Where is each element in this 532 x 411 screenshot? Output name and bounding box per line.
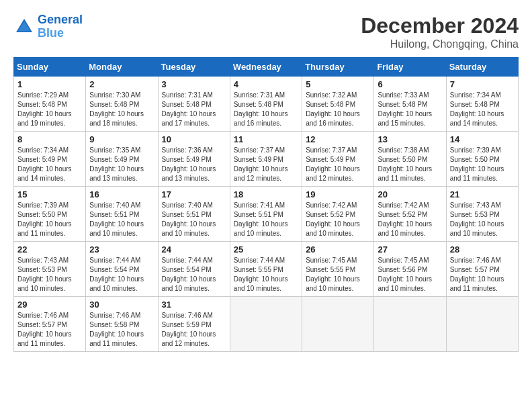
day-info: Sunrise: 7:45 AMSunset: 5:56 PMDaylight:… xyxy=(378,256,442,293)
calendar-day: 25Sunrise: 7:44 AMSunset: 5:55 PMDayligh… xyxy=(230,242,302,297)
weekday-header: Wednesday xyxy=(230,58,302,77)
day-number: 24 xyxy=(162,244,226,255)
day-number: 1 xyxy=(17,79,82,89)
day-info: Sunrise: 7:42 AMSunset: 5:52 PMDaylight:… xyxy=(378,201,442,238)
day-number: 29 xyxy=(17,300,82,310)
weekday-header: Monday xyxy=(86,58,158,77)
day-number: 4 xyxy=(234,79,298,89)
day-info: Sunrise: 7:32 AMSunset: 5:48 PMDaylight:… xyxy=(306,91,370,128)
calendar-day: 7Sunrise: 7:34 AMSunset: 5:48 PMDaylight… xyxy=(446,77,518,132)
day-info: Sunrise: 7:37 AMSunset: 5:49 PMDaylight:… xyxy=(234,146,298,183)
calendar-day: 10Sunrise: 7:36 AMSunset: 5:49 PMDayligh… xyxy=(158,132,230,187)
day-info: Sunrise: 7:44 AMSunset: 5:54 PMDaylight:… xyxy=(89,256,154,293)
calendar-day: 15Sunrise: 7:39 AMSunset: 5:50 PMDayligh… xyxy=(14,187,86,242)
day-info: Sunrise: 7:34 AMSunset: 5:49 PMDaylight:… xyxy=(17,146,82,183)
calendar-week: 8Sunrise: 7:34 AMSunset: 5:49 PMDaylight… xyxy=(14,132,519,187)
day-number: 5 xyxy=(306,79,370,89)
day-number: 28 xyxy=(450,244,515,255)
day-number: 18 xyxy=(234,189,298,199)
logo-text: General Blue xyxy=(38,13,83,40)
day-number: 23 xyxy=(89,244,154,255)
day-number: 22 xyxy=(17,244,82,255)
day-number: 3 xyxy=(162,79,226,89)
day-number: 31 xyxy=(162,300,226,310)
day-number: 27 xyxy=(378,244,442,255)
calendar-day: 22Sunrise: 7:43 AMSunset: 5:53 PMDayligh… xyxy=(14,242,86,297)
calendar-day: 17Sunrise: 7:40 AMSunset: 5:51 PMDayligh… xyxy=(158,187,230,242)
day-info: Sunrise: 7:46 AMSunset: 5:57 PMDaylight:… xyxy=(17,311,82,349)
day-number: 16 xyxy=(89,189,154,199)
calendar-day: 19Sunrise: 7:42 AMSunset: 5:52 PMDayligh… xyxy=(302,187,374,242)
calendar-week: 15Sunrise: 7:39 AMSunset: 5:50 PMDayligh… xyxy=(14,187,519,242)
calendar-day: 11Sunrise: 7:37 AMSunset: 5:49 PMDayligh… xyxy=(230,132,302,187)
day-number: 2 xyxy=(89,79,154,89)
calendar-day: 2Sunrise: 7:30 AMSunset: 5:48 PMDaylight… xyxy=(86,77,158,132)
day-info: Sunrise: 7:41 AMSunset: 5:51 PMDaylight:… xyxy=(234,201,298,238)
calendar-day: 23Sunrise: 7:44 AMSunset: 5:54 PMDayligh… xyxy=(86,242,158,297)
calendar-day xyxy=(302,297,374,352)
weekday-header: Saturday xyxy=(446,58,518,77)
day-info: Sunrise: 7:39 AMSunset: 5:50 PMDaylight:… xyxy=(450,146,515,183)
day-number: 11 xyxy=(234,134,298,144)
day-number: 15 xyxy=(17,189,82,199)
calendar-day: 8Sunrise: 7:34 AMSunset: 5:49 PMDaylight… xyxy=(14,132,86,187)
weekday-header: Thursday xyxy=(302,58,374,77)
day-info: Sunrise: 7:42 AMSunset: 5:52 PMDaylight:… xyxy=(306,201,370,238)
calendar-day: 13Sunrise: 7:38 AMSunset: 5:50 PMDayligh… xyxy=(374,132,446,187)
day-info: Sunrise: 7:45 AMSunset: 5:55 PMDaylight:… xyxy=(306,256,370,293)
day-info: Sunrise: 7:33 AMSunset: 5:48 PMDaylight:… xyxy=(378,91,442,128)
day-number: 14 xyxy=(450,134,515,144)
day-number: 13 xyxy=(378,134,442,144)
calendar-day: 31Sunrise: 7:46 AMSunset: 5:59 PMDayligh… xyxy=(158,297,230,352)
month-title: December 2024 xyxy=(361,13,519,38)
day-info: Sunrise: 7:35 AMSunset: 5:49 PMDaylight:… xyxy=(89,146,154,183)
calendar-day xyxy=(374,297,446,352)
calendar-day: 29Sunrise: 7:46 AMSunset: 5:57 PMDayligh… xyxy=(14,297,86,352)
day-number: 7 xyxy=(450,79,515,89)
calendar-day xyxy=(446,297,518,352)
calendar-day: 20Sunrise: 7:42 AMSunset: 5:52 PMDayligh… xyxy=(374,187,446,242)
calendar-week: 1Sunrise: 7:29 AMSunset: 5:48 PMDaylight… xyxy=(14,77,519,132)
day-info: Sunrise: 7:43 AMSunset: 5:53 PMDaylight:… xyxy=(17,256,82,293)
weekday-header: Friday xyxy=(374,58,446,77)
weekday-header: Sunday xyxy=(14,58,86,77)
day-number: 10 xyxy=(162,134,226,144)
calendar-day: 24Sunrise: 7:44 AMSunset: 5:54 PMDayligh… xyxy=(158,242,230,297)
day-number: 20 xyxy=(378,189,442,199)
page-header: General Blue December 2024 Huilong, Chon… xyxy=(13,13,519,50)
weekday-header: Tuesday xyxy=(158,58,230,77)
calendar-day: 27Sunrise: 7:45 AMSunset: 5:56 PMDayligh… xyxy=(374,242,446,297)
calendar-day: 5Sunrise: 7:32 AMSunset: 5:48 PMDaylight… xyxy=(302,77,374,132)
calendar-day: 21Sunrise: 7:43 AMSunset: 5:53 PMDayligh… xyxy=(446,187,518,242)
day-number: 12 xyxy=(306,134,370,144)
day-info: Sunrise: 7:31 AMSunset: 5:48 PMDaylight:… xyxy=(234,91,298,128)
calendar-day: 30Sunrise: 7:46 AMSunset: 5:58 PMDayligh… xyxy=(86,297,158,352)
day-info: Sunrise: 7:30 AMSunset: 5:48 PMDaylight:… xyxy=(89,91,154,128)
day-number: 25 xyxy=(234,244,298,255)
day-info: Sunrise: 7:29 AMSunset: 5:48 PMDaylight:… xyxy=(17,91,82,128)
day-info: Sunrise: 7:40 AMSunset: 5:51 PMDaylight:… xyxy=(89,201,154,238)
day-info: Sunrise: 7:46 AMSunset: 5:58 PMDaylight:… xyxy=(89,311,154,349)
day-number: 6 xyxy=(378,79,442,89)
day-info: Sunrise: 7:36 AMSunset: 5:49 PMDaylight:… xyxy=(162,146,226,183)
day-number: 19 xyxy=(306,189,370,199)
day-info: Sunrise: 7:43 AMSunset: 5:53 PMDaylight:… xyxy=(450,201,515,238)
calendar-day: 1Sunrise: 7:29 AMSunset: 5:48 PMDaylight… xyxy=(14,77,86,132)
day-info: Sunrise: 7:39 AMSunset: 5:50 PMDaylight:… xyxy=(17,201,82,238)
day-number: 9 xyxy=(89,134,154,144)
calendar-day: 18Sunrise: 7:41 AMSunset: 5:51 PMDayligh… xyxy=(230,187,302,242)
day-info: Sunrise: 7:46 AMSunset: 5:57 PMDaylight:… xyxy=(450,256,515,293)
calendar-week: 29Sunrise: 7:46 AMSunset: 5:57 PMDayligh… xyxy=(14,297,519,352)
calendar: SundayMondayTuesdayWednesdayThursdayFrid… xyxy=(13,57,519,352)
calendar-day: 26Sunrise: 7:45 AMSunset: 5:55 PMDayligh… xyxy=(302,242,374,297)
logo: General Blue xyxy=(13,13,83,40)
day-number: 8 xyxy=(17,134,82,144)
day-number: 26 xyxy=(306,244,370,255)
day-info: Sunrise: 7:31 AMSunset: 5:48 PMDaylight:… xyxy=(162,91,226,128)
calendar-day: 14Sunrise: 7:39 AMSunset: 5:50 PMDayligh… xyxy=(446,132,518,187)
logo-icon xyxy=(13,16,35,38)
calendar-day: 6Sunrise: 7:33 AMSunset: 5:48 PMDaylight… xyxy=(374,77,446,132)
calendar-day: 12Sunrise: 7:37 AMSunset: 5:49 PMDayligh… xyxy=(302,132,374,187)
calendar-day: 3Sunrise: 7:31 AMSunset: 5:48 PMDaylight… xyxy=(158,77,230,132)
day-info: Sunrise: 7:37 AMSunset: 5:49 PMDaylight:… xyxy=(306,146,370,183)
